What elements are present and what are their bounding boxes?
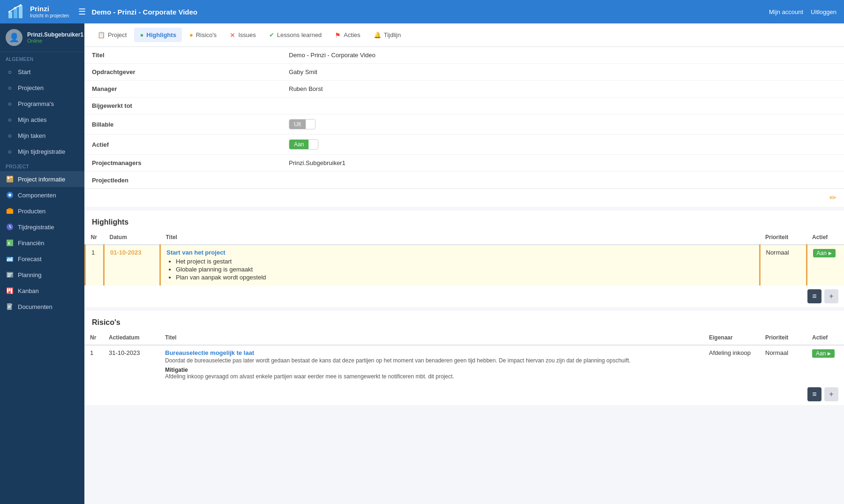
sidebar-section-project: Project <box>0 159 84 171</box>
sidebar-item-documenten[interactable]: Documenten <box>0 299 84 315</box>
sidebar-item-project-informatie[interactable]: Project informatie <box>0 171 84 187</box>
svg-rect-20 <box>8 258 9 261</box>
tab-highlights[interactable]: ● Highlights <box>134 28 181 42</box>
sidebar-item-forecast[interactable]: Forecast <box>0 251 84 267</box>
toggle-inactive-option[interactable] <box>309 140 318 149</box>
info-row-titel: Titel Demo - Prinzi - Corporate Video <box>84 47 844 64</box>
info-row-projectmanagers: Projectmanagers Prinzi.Subgebruiker1 <box>84 155 844 172</box>
sidebar-item-financien[interactable]: € Financiën <box>0 235 84 251</box>
risk-title-link[interactable]: Bureauselectie mogelijk te laat <box>165 349 698 356</box>
highlights-section-header: Highlights <box>84 211 844 230</box>
highlights-list-button[interactable]: ≡ <box>807 289 821 303</box>
toggle-on-option[interactable] <box>306 120 315 129</box>
sidebar-item-tijdregistratie[interactable]: Tijdregistratie <box>0 219 84 235</box>
componenten-icon <box>6 191 14 199</box>
info-row-manager: Manager Ruben Borst <box>84 81 844 98</box>
tab-tijdlijn[interactable]: 🔔 Tijdlijn <box>368 28 407 42</box>
sidebar-item-producten[interactable]: Producten <box>0 203 84 219</box>
sidebar-item-mijn-acties[interactable]: ○ Mijn acties <box>0 112 84 128</box>
sidebar-item-label: Planning <box>18 271 42 278</box>
billable-toggle[interactable]: Uit <box>289 119 316 129</box>
actief-toggle[interactable]: Aan <box>289 139 318 150</box>
svg-rect-30 <box>11 288 12 293</box>
edit-icon[interactable]: ✏ <box>829 193 836 203</box>
info-label-opdrachtgever: Opdrachtgever <box>84 64 281 80</box>
sidebar-item-label: Producten <box>18 208 45 215</box>
risicos-add-button[interactable]: + <box>824 387 838 401</box>
info-value-bijgewerkt-tot <box>281 98 844 114</box>
svg-rect-12 <box>8 208 12 210</box>
cell-titel: Bureauselectie mogelijk te laat Doordat … <box>159 345 703 384</box>
logo-icon <box>8 3 26 20</box>
svg-rect-11 <box>7 209 13 214</box>
tab-label: Risico's <box>196 31 217 38</box>
info-label-projectmanagers: Projectmanagers <box>84 155 281 171</box>
risicos-header-row: Nr Actiedatum Titel Eigenaar Prioriteit … <box>84 331 844 345</box>
toggle-off-option[interactable]: Uit <box>289 120 306 129</box>
topbar: Prinzi Inzicht in projecten ☰ Demo - Pri… <box>0 0 844 23</box>
sidebar-item-mijn-tijdregistratie[interactable]: ○ Mijn tijdregistratie <box>0 143 84 159</box>
sidebar-user: 👤 Prinzi.Subgebruiker1 Online <box>0 23 84 52</box>
risk-mitigatie-label: Mitigatie <box>165 367 698 373</box>
th-datum: Datum <box>104 230 160 245</box>
toggle-aan-option[interactable]: Aan <box>289 140 309 149</box>
financien-icon: € <box>6 239 14 247</box>
tab-risicos[interactable]: ● Risico's <box>184 28 222 42</box>
hamburger-icon[interactable]: ☰ <box>78 7 86 17</box>
sidebar-item-projecten[interactable]: ○ Projecten <box>0 80 84 96</box>
sidebar-section-algemeen: Algemeen <box>0 52 84 64</box>
topbar-left: Prinzi Inzicht in projecten ☰ Demo - Pri… <box>8 3 197 20</box>
risicos-list-button[interactable]: ≡ <box>807 387 821 401</box>
sidebar-item-componenten[interactable]: Componenten <box>0 187 84 203</box>
info-label-bijgewerkt-tot: Bijgewerkt tot <box>84 98 281 114</box>
uitloggen-link[interactable]: Uitloggen <box>811 8 836 15</box>
highlight-title-link[interactable]: Start van het project <box>166 249 226 256</box>
cell-datum: 01-10-2023 <box>104 245 160 286</box>
sidebar-item-label: Documenten <box>18 303 53 310</box>
planning-icon <box>6 271 14 279</box>
sidebar-item-label: Start <box>18 68 30 75</box>
svg-rect-22 <box>11 257 12 261</box>
svg-rect-8 <box>10 177 12 178</box>
sidebar-item-kanban[interactable]: Kanban <box>0 283 84 299</box>
tab-bar: 📋 Project ● Highlights ● Risico's ✕ Issu… <box>84 23 844 47</box>
info-row-opdrachtgever: Opdrachtgever Gaby Smit <box>84 64 844 81</box>
table-row: 1 31-10-2023 Bureauselectie mogelijk te … <box>84 345 844 384</box>
highlights-section: Highlights Nr Datum Titel Prioriteit Act… <box>84 211 844 307</box>
tab-label: Tijdlijn <box>384 31 401 38</box>
forecast-icon <box>6 255 14 263</box>
avatar: 👤 <box>6 29 23 46</box>
project-tab-icon: 📋 <box>98 31 105 38</box>
sidebar-item-label: Kanban <box>18 287 39 294</box>
info-label-manager: Manager <box>84 81 281 97</box>
sidebar-item-planning[interactable]: Planning <box>0 267 84 283</box>
tab-lessons-learned[interactable]: ✔ Lessons learned <box>264 28 327 42</box>
svg-rect-28 <box>7 288 8 293</box>
svg-rect-32 <box>8 306 11 306</box>
svg-rect-0 <box>8 12 12 18</box>
svg-point-10 <box>8 194 11 196</box>
cell-actiedatum: 31-10-2023 <box>103 345 159 384</box>
sidebar-item-mijn-taken[interactable]: ○ Mijn taken <box>0 128 84 143</box>
info-value-actief: Aan <box>281 135 844 154</box>
risicos-tab-icon: ● <box>189 31 193 38</box>
info-label-titel: Titel <box>84 47 281 63</box>
sidebar-item-programmas[interactable]: ○ Programma's <box>0 96 84 112</box>
svg-rect-6 <box>7 176 13 182</box>
svg-point-3 <box>8 11 10 13</box>
tab-label: Highlights <box>146 31 176 38</box>
mijn-account-link[interactable]: Mijn account <box>769 8 803 15</box>
sidebar-status: Online <box>27 38 83 44</box>
page-title: Demo - Prinzi - Corporate Video <box>91 8 197 16</box>
tab-acties[interactable]: ⚑ Acties <box>329 28 366 43</box>
producten-icon <box>6 207 14 215</box>
svg-point-5 <box>20 4 22 6</box>
cell-eigenaar: Afdeling inkoop <box>703 345 760 384</box>
sidebar: 👤 Prinzi.Subgebruiker1 Online Algemeen ○… <box>0 23 84 504</box>
sidebar-item-start[interactable]: ○ Start <box>0 64 84 80</box>
circle-icon: ○ <box>6 115 14 124</box>
tab-project[interactable]: 📋 Project <box>92 28 132 42</box>
highlights-add-button[interactable]: + <box>824 289 838 303</box>
sidebar-item-label: Financiën <box>18 240 44 247</box>
tab-issues[interactable]: ✕ Issues <box>224 28 262 43</box>
